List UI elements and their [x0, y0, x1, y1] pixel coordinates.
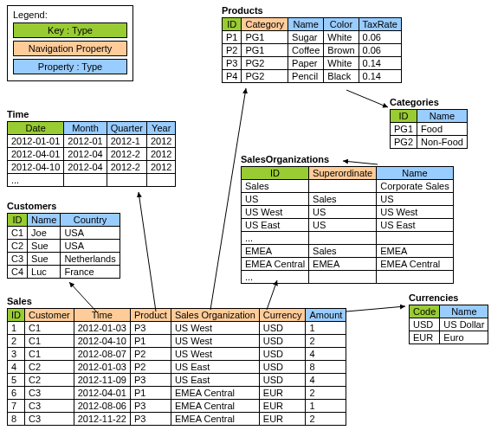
table-cell: 2012-04	[64, 148, 107, 161]
table-cell: EMEA Central	[171, 387, 259, 400]
table-cell: P3	[223, 57, 242, 70]
table-cell: Luc	[28, 266, 61, 279]
table-cell: USD	[259, 361, 306, 374]
categories-box: Categories IDNamePG1FoodPG2Non-Food	[390, 97, 468, 149]
table-cell: 2012-08-06	[74, 400, 130, 413]
table-cell: P1	[130, 387, 171, 400]
table-cell: PG1	[242, 44, 288, 57]
table-cell: 0.14	[359, 57, 401, 70]
table-row: 6C32012-04-01P1EMEA CentralEUR2	[8, 387, 346, 400]
col-header: ID	[8, 309, 25, 322]
table-row: 2012-04-102012-042012-22012	[8, 161, 176, 174]
products-box: Products IDCategoryNameColorTaxRateP1PG1…	[222, 5, 402, 83]
table-cell: P3	[130, 374, 171, 387]
table-row: P3PG2PaperWhite0.14	[223, 57, 402, 70]
table-row: US WestUSUS West	[242, 206, 454, 219]
col-header: Category	[242, 18, 288, 31]
table-cell: P2	[223, 44, 242, 57]
table-cell: 0.06	[359, 44, 401, 57]
table-row: P2PG1CoffeeBrown0.06	[223, 44, 402, 57]
table-cell: C3	[25, 400, 74, 413]
table-cell: 2012-11-09	[74, 374, 130, 387]
table-cell: PG1	[242, 31, 288, 44]
table-cell: EUR	[410, 331, 440, 344]
table-cell: Sue	[28, 240, 61, 253]
table-cell: P3	[130, 400, 171, 413]
table-cell: Brown	[324, 44, 359, 57]
table-row: 2C12012-04-10P1US WestUSD2	[8, 335, 346, 348]
table-cell: C2	[25, 361, 74, 374]
col-header: Name	[440, 305, 488, 318]
col-header: Name	[377, 167, 454, 180]
table-cell: USD	[259, 335, 306, 348]
table-cell: US	[309, 206, 377, 219]
table-cell: US East	[242, 219, 309, 232]
arrow-products-category	[346, 90, 388, 107]
table-cell: EUR	[259, 413, 306, 426]
table-cell: Corporate Sales	[377, 180, 454, 193]
table-cell: US Dollar	[440, 318, 488, 331]
table-row: C4LucFrance	[8, 266, 120, 279]
table-cell: 1	[306, 322, 346, 335]
table-cell	[309, 180, 377, 193]
table-cell: EMEA Central	[171, 400, 259, 413]
table-cell: C2	[25, 374, 74, 387]
table-cell: 2012-04-01	[8, 148, 64, 161]
table-cell: 2012-11-22	[74, 413, 130, 426]
table-cell: 5	[8, 374, 25, 387]
table-cell: 2012	[146, 161, 175, 174]
table-cell: 1	[8, 322, 25, 335]
customers-box: Customers IDNameCountryC1JoeUSAC2SueUSAC…	[7, 201, 120, 279]
table-row: 1C12012-01-03P3US WestUSD1	[8, 322, 346, 335]
table-cell: EUR	[259, 400, 306, 413]
table-row: ...	[8, 174, 176, 187]
table-cell: Sales	[309, 193, 377, 206]
table-cell: Pencil	[288, 70, 324, 83]
table-row: USDUS Dollar	[410, 318, 488, 331]
table-row: SalesCorporate Sales	[242, 180, 454, 193]
col-header: Amount	[306, 309, 346, 322]
table-cell: C1	[8, 227, 28, 240]
table-row: EUREuro	[410, 331, 488, 344]
table-cell: USD	[259, 374, 306, 387]
col-header: ID	[223, 18, 242, 31]
table-cell	[64, 174, 107, 187]
arrow-sales-time	[139, 192, 156, 311]
table-cell: 2012	[146, 148, 175, 161]
table-cell: 4	[306, 374, 346, 387]
table-cell: P2	[130, 348, 171, 361]
table-cell: 2012-2	[107, 161, 146, 174]
table-cell: 2012-01-03	[74, 322, 130, 335]
table-cell: 0.06	[359, 31, 401, 44]
legend-title: Legend:	[13, 10, 127, 20]
table-cell: ...	[8, 174, 64, 187]
table-cell: USD	[410, 318, 440, 331]
table-cell: US East	[171, 361, 259, 374]
table-cell: 2012	[146, 135, 175, 148]
table-row: USSalesUS	[242, 193, 454, 206]
table-cell: 2012-01	[64, 135, 107, 148]
table-cell: US East	[171, 374, 259, 387]
table-cell: C1	[25, 322, 74, 335]
table-cell: C1	[25, 348, 74, 361]
table-cell: C4	[8, 266, 28, 279]
col-header: Quarter	[107, 122, 146, 135]
table-cell	[377, 232, 454, 245]
salesorg-table: IDSuperordinateNameSalesCorporate SalesU…	[241, 166, 454, 284]
table-cell: P1	[130, 335, 171, 348]
table-cell: 2	[8, 335, 25, 348]
table-row: C3SueNetherlands	[8, 253, 120, 266]
col-header: Customer	[25, 309, 74, 322]
table-cell: 2	[306, 413, 346, 426]
table-cell	[309, 271, 377, 284]
sales-box: Sales IDCustomerTimeProductSales Organiz…	[7, 296, 346, 426]
table-cell: France	[61, 266, 120, 279]
table-cell: Joe	[28, 227, 61, 240]
table-row: P4PG2PencilBlack0.14	[223, 70, 402, 83]
table-cell: Coffee	[288, 44, 324, 57]
table-cell: 2012-04-10	[74, 335, 130, 348]
table-cell: Paper	[288, 57, 324, 70]
table-row: EMEASalesEMEA	[242, 245, 454, 258]
table-cell: USA	[61, 227, 120, 240]
table-cell: Netherlands	[61, 253, 120, 266]
